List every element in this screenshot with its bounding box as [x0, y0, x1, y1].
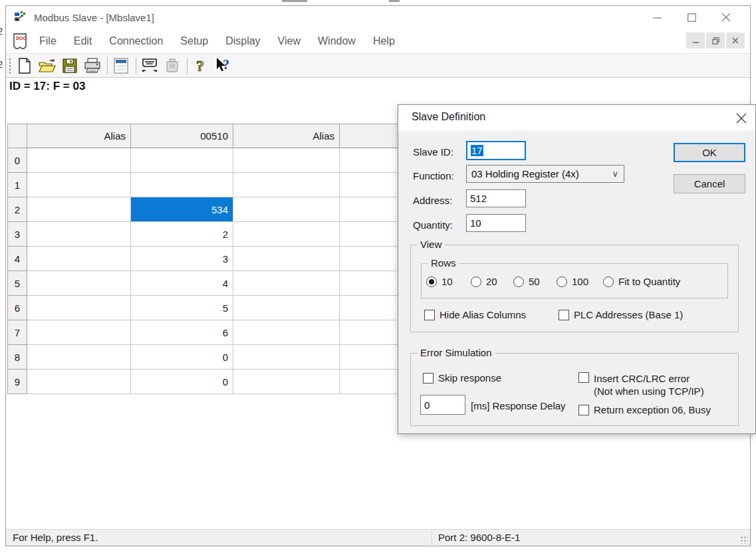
- value-cell[interactable]: 3: [131, 247, 233, 271]
- rows-group-label: Rows: [428, 257, 459, 269]
- alias-cell[interactable]: [233, 197, 340, 222]
- value-cell[interactable]: 0: [131, 345, 233, 370]
- insert-crc-checkbox[interactable]: Insert CRC/LRC error (Not when using TCP…: [578, 372, 704, 397]
- print-icon[interactable]: [83, 56, 102, 75]
- menu-connection[interactable]: Connection: [109, 35, 163, 47]
- alias-cell[interactable]: [233, 271, 340, 296]
- rows-radio-100[interactable]: 100: [557, 276, 588, 287]
- value-cell[interactable]: 2: [131, 222, 233, 247]
- address-input[interactable]: 512: [466, 189, 526, 207]
- quantity-input[interactable]: 10: [466, 214, 526, 232]
- menu-display[interactable]: Display: [225, 35, 260, 47]
- row-header[interactable]: 6: [7, 296, 27, 320]
- row-header[interactable]: 0: [7, 148, 27, 173]
- alias-cell[interactable]: [233, 296, 340, 320]
- ok-button[interactable]: OK: [674, 143, 745, 162]
- menu-help[interactable]: Help: [373, 35, 395, 47]
- checkbox-icon: [578, 372, 589, 383]
- radio-label: 50: [529, 276, 540, 287]
- rows-radio-fit[interactable]: Fit to Quantity: [603, 276, 680, 287]
- radio-icon: [513, 276, 524, 287]
- minimize-button[interactable]: [640, 6, 674, 29]
- column-header-alias[interactable]: Alias: [27, 124, 131, 148]
- menu-file[interactable]: File: [39, 35, 57, 47]
- alias-cell[interactable]: [27, 320, 131, 345]
- hide-alias-checkbox[interactable]: Hide Alias Columns: [424, 309, 526, 320]
- alias-cell[interactable]: [233, 148, 340, 173]
- alias-cell[interactable]: [27, 222, 131, 247]
- value-cell[interactable]: 5: [131, 296, 233, 320]
- value-cell[interactable]: 4: [131, 271, 233, 296]
- response-delay-input[interactable]: 0: [420, 395, 465, 415]
- row-header[interactable]: 5: [7, 271, 27, 296]
- connection-setup-icon[interactable]: [140, 56, 159, 75]
- alias-cell[interactable]: [233, 222, 340, 247]
- alias-cell[interactable]: [27, 197, 131, 222]
- return-exception-checkbox[interactable]: Return exception 06, Busy: [578, 404, 711, 415]
- row-header[interactable]: 2: [7, 197, 27, 222]
- mdi-restore-button[interactable]: [706, 33, 725, 49]
- checkbox-icon: [559, 310, 569, 320]
- help-icon[interactable]: ?: [191, 56, 210, 75]
- dialog-close-button[interactable]: [733, 110, 750, 127]
- row-header[interactable]: 1: [7, 173, 27, 197]
- alias-cell[interactable]: [27, 271, 131, 296]
- alias-cell[interactable]: [27, 296, 131, 320]
- row-header[interactable]: 7: [7, 320, 27, 345]
- display-setup-icon[interactable]: [112, 56, 130, 75]
- row-header[interactable]: 4: [7, 247, 27, 271]
- value-cell[interactable]: 0: [131, 370, 233, 394]
- background-artifact: 2: [0, 25, 3, 37]
- mdi-minimize-button[interactable]: [686, 33, 705, 49]
- alias-cell[interactable]: [233, 247, 340, 271]
- menu-edit[interactable]: Edit: [74, 35, 92, 47]
- rows-radio-10[interactable]: 10: [426, 276, 453, 287]
- close-button[interactable]: [709, 6, 743, 29]
- row-header[interactable]: 9: [7, 370, 27, 394]
- toolbar-grip[interactable]: [9, 58, 11, 74]
- value-cell[interactable]: [131, 148, 233, 173]
- menu-view[interactable]: View: [278, 35, 301, 47]
- rows-radio-20[interactable]: 20: [471, 276, 497, 287]
- register-grid: Alias 00510 Alias 0 1: [7, 124, 445, 394]
- alias-cell[interactable]: [233, 320, 340, 345]
- alias-cell[interactable]: [233, 370, 340, 394]
- maximize-button[interactable]: [674, 6, 709, 29]
- checkbox-icon: [578, 405, 589, 415]
- column-header-00510[interactable]: 00510: [131, 124, 233, 148]
- radio-label: 10: [441, 276, 453, 287]
- resize-grip[interactable]: [740, 536, 748, 544]
- alias-cell[interactable]: [27, 370, 131, 394]
- alias-cell[interactable]: [27, 247, 131, 271]
- mdi-close-button[interactable]: [726, 33, 745, 49]
- value-cell[interactable]: 6: [131, 320, 233, 345]
- plc-addresses-checkbox[interactable]: PLC Addresses (Base 1): [559, 309, 683, 320]
- row-header[interactable]: 8: [7, 345, 27, 370]
- function-select[interactable]: 03 Holding Register (4x) ∨: [466, 165, 624, 183]
- value-cell-selected[interactable]: 534: [131, 197, 233, 222]
- alias-cell[interactable]: [27, 345, 131, 370]
- context-help-icon[interactable]: ?: [214, 56, 233, 75]
- alias-cell[interactable]: [27, 173, 131, 197]
- checkbox-note: (Not when using TCP/IP): [594, 386, 704, 397]
- table-row: 5 4: [7, 271, 445, 296]
- save-icon[interactable]: [61, 56, 79, 75]
- slave-id-value: 17: [471, 145, 483, 156]
- slave-id-input[interactable]: 17: [466, 141, 526, 160]
- alias-cell[interactable]: [27, 148, 131, 173]
- checkbox-label: Skip response: [438, 372, 501, 384]
- rows-radio-50[interactable]: 50: [513, 276, 540, 287]
- skip-response-checkbox[interactable]: Skip response: [423, 372, 501, 384]
- open-icon[interactable]: [38, 56, 57, 75]
- alias-cell[interactable]: [233, 345, 340, 370]
- address-value: 512: [470, 193, 487, 204]
- new-icon[interactable]: [15, 56, 34, 75]
- cancel-button[interactable]: Cancel: [674, 174, 745, 193]
- row-header[interactable]: 3: [7, 222, 27, 247]
- column-header-alias2[interactable]: Alias: [233, 124, 340, 148]
- menu-window[interactable]: Window: [318, 35, 356, 47]
- value-cell[interactable]: [131, 173, 233, 197]
- status-separator: [432, 531, 432, 544]
- menu-setup[interactable]: Setup: [180, 35, 208, 47]
- alias-cell[interactable]: [233, 173, 340, 197]
